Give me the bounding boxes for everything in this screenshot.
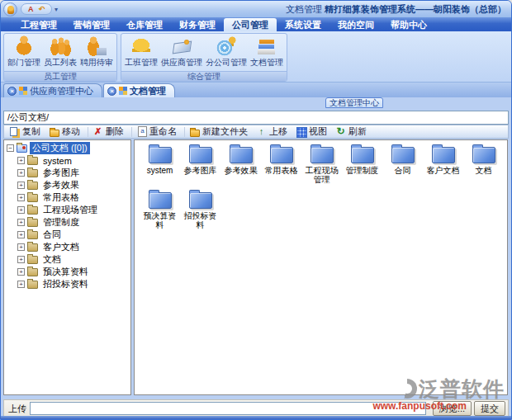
move-up-button[interactable]: ↑ 上移 bbox=[254, 125, 290, 138]
expand-icon[interactable] bbox=[17, 219, 25, 226]
window-title-app: 文档管理 bbox=[286, 4, 322, 14]
ribbon-button-supplier[interactable]: 供应商管理 bbox=[159, 35, 204, 67]
menu-item-marketing[interactable]: 营销管理 bbox=[65, 18, 118, 31]
expand-icon[interactable] bbox=[17, 206, 25, 214]
tree-node-system[interactable]: system bbox=[4, 154, 130, 167]
folder-label: 工程现场管理 bbox=[301, 166, 342, 184]
path-input[interactable] bbox=[3, 111, 509, 125]
folder-item-site-management[interactable]: 工程现场管理 bbox=[301, 147, 342, 184]
folder-icon bbox=[27, 182, 38, 190]
folder-icon bbox=[189, 147, 212, 163]
file-toolbar: 复制 移动 ✗ 删除 重命名 新建文件夹 ↑ 上移 bbox=[3, 125, 509, 139]
expand-icon[interactable] bbox=[17, 281, 25, 288]
expand-icon[interactable] bbox=[17, 157, 25, 164]
ribbon-group-label-general: 综合管理 bbox=[121, 71, 287, 81]
delete-button[interactable]: ✗ 删除 bbox=[90, 125, 126, 138]
ribbon-group-general-items: 工班管理 供应商管理 分公司管理 文档管理 bbox=[121, 34, 287, 71]
folder-item-documents[interactable]: 文档 bbox=[463, 147, 504, 184]
ribbon: 部门管理 员工列表 聘用待审 员工管理 工班管理 bbox=[1, 31, 511, 83]
undo-icon[interactable]: ↶ bbox=[39, 5, 45, 13]
folder-item-management-rules[interactable]: 管理制度 bbox=[342, 147, 382, 184]
menu-item-myspace[interactable]: 我的空间 bbox=[329, 18, 382, 31]
tree-node-label: 常用表格 bbox=[40, 191, 82, 204]
menu-item-settings[interactable]: 系统设置 bbox=[277, 18, 329, 31]
menu-item-project[interactable]: 工程管理 bbox=[12, 18, 65, 31]
tree-node-reference-effects[interactable]: 参考效果 bbox=[4, 179, 130, 191]
tree-root-company-docs[interactable]: 公司文档 ([0]) bbox=[4, 142, 130, 154]
close-tab-icon[interactable]: × bbox=[107, 87, 116, 96]
folder-item-budget-materials[interactable]: 预决算资料 bbox=[140, 192, 180, 229]
tab-document-management[interactable]: × 文档管理 bbox=[103, 83, 175, 97]
folder-item-system[interactable]: system bbox=[140, 147, 180, 184]
quick-action-icon[interactable]: A bbox=[28, 5, 34, 13]
tree-node-reference-library[interactable]: 参考图库 bbox=[4, 167, 130, 179]
folder-item-reference-effects[interactable]: 参考效果 bbox=[220, 147, 261, 184]
tree-node-client-docs[interactable]: 客户文档 bbox=[4, 241, 130, 253]
new-folder-button[interactable]: 新建文件夹 bbox=[187, 125, 250, 138]
upload-file-input[interactable] bbox=[30, 402, 426, 415]
tree-node-label: 工程现场管理 bbox=[40, 204, 100, 216]
department-icon bbox=[13, 35, 35, 57]
ribbon-button-hiring-review[interactable]: 聘用待审 bbox=[78, 35, 115, 67]
tree-node-common-forms[interactable]: 常用表格 bbox=[4, 191, 130, 204]
folder-icon bbox=[27, 268, 38, 276]
ribbon-button-branch-company[interactable]: 分公司管理 bbox=[204, 35, 249, 67]
ribbon-button-department[interactable]: 部门管理 bbox=[6, 35, 42, 67]
expand-icon[interactable] bbox=[17, 243, 25, 251]
expand-icon[interactable] bbox=[17, 169, 25, 177]
ribbon-button-label: 供应商管理 bbox=[161, 58, 202, 67]
expand-icon[interactable] bbox=[17, 194, 25, 201]
folder-label: 客户文档 bbox=[423, 166, 463, 175]
files-panel[interactable]: system 参考图库 参考效果 常用表格 工程现场管理 bbox=[134, 139, 508, 395]
view-button[interactable]: 视图 bbox=[293, 125, 329, 138]
app-logo-icon[interactable] bbox=[3, 2, 17, 17]
tab-supplier-center[interactable]: × 供应商管理中心 bbox=[3, 83, 102, 97]
expand-icon[interactable] bbox=[17, 268, 25, 276]
submit-button[interactable]: 提交 bbox=[474, 401, 505, 416]
ribbon-button-document-management[interactable]: 文档管理 bbox=[249, 35, 285, 67]
ribbon-button-work-crew[interactable]: 工班管理 bbox=[123, 35, 159, 67]
expand-icon[interactable] bbox=[17, 231, 25, 238]
tree-node-label: 管理制度 bbox=[40, 216, 82, 229]
folder-item-client-docs[interactable]: 客户文档 bbox=[423, 147, 463, 184]
folder-item-common-forms[interactable]: 常用表格 bbox=[261, 147, 301, 184]
menu-item-finance[interactable]: 财务管理 bbox=[171, 18, 224, 31]
collapse-icon[interactable] bbox=[7, 144, 14, 152]
tree-node-budget-materials[interactable]: 预决算资料 bbox=[4, 266, 130, 278]
move-button[interactable]: 移动 bbox=[46, 125, 83, 138]
toolbar-button-label: 移动 bbox=[62, 125, 80, 138]
browse-button[interactable]: 浏览... bbox=[433, 401, 472, 416]
tree-node-documents[interactable]: 文档 bbox=[4, 253, 130, 266]
tree-node-bidding-materials[interactable]: 招投标资料 bbox=[4, 278, 130, 290]
copy-button[interactable]: 复制 bbox=[7, 125, 43, 138]
menu-item-company[interactable]: 公司管理 bbox=[224, 18, 277, 31]
refresh-button[interactable]: ↻ 刷新 bbox=[333, 125, 369, 138]
folder-icon bbox=[472, 147, 495, 163]
tab-app-icon bbox=[19, 87, 27, 95]
folder-tree-panel[interactable]: 公司文档 ([0]) system 参考图库 参考效果 bbox=[3, 139, 131, 395]
ribbon-button-employee-list[interactable]: 员工列表 bbox=[42, 35, 78, 67]
delete-icon: ✗ bbox=[92, 126, 103, 137]
folder-label: 参考图库 bbox=[180, 166, 220, 175]
folder-icon bbox=[311, 147, 334, 163]
tree-node-contracts[interactable]: 合同 bbox=[4, 229, 130, 241]
tree-node-site-management[interactable]: 工程现场管理 bbox=[4, 204, 130, 216]
quick-access-caret-icon[interactable]: ▾ bbox=[55, 6, 58, 13]
tree-node-label: 预决算资料 bbox=[40, 266, 91, 278]
folder-icon bbox=[351, 147, 374, 163]
folder-item-bidding-materials[interactable]: 招投标资料 bbox=[180, 192, 220, 229]
folder-item-reference-library[interactable]: 参考图库 bbox=[180, 147, 220, 184]
menu-item-help[interactable]: 帮助中心 bbox=[382, 18, 435, 31]
expand-icon[interactable] bbox=[17, 256, 25, 263]
close-tab-icon[interactable]: × bbox=[7, 87, 17, 96]
rename-button[interactable]: 重命名 bbox=[134, 125, 179, 138]
upload-label: 上传 bbox=[8, 403, 26, 415]
folder-icon bbox=[189, 192, 212, 209]
tree-node-management-rules[interactable]: 管理制度 bbox=[4, 216, 130, 229]
files-grid: system 参考图库 参考效果 常用表格 工程现场管理 bbox=[140, 147, 505, 238]
menu-item-warehouse[interactable]: 仓库管理 bbox=[118, 18, 171, 31]
folder-item-contracts[interactable]: 合同 bbox=[382, 147, 423, 184]
employee-list-icon bbox=[50, 35, 71, 57]
expand-icon[interactable] bbox=[17, 182, 25, 189]
ribbon-group-employee-items: 部门管理 员工列表 聘用待审 bbox=[4, 34, 116, 71]
